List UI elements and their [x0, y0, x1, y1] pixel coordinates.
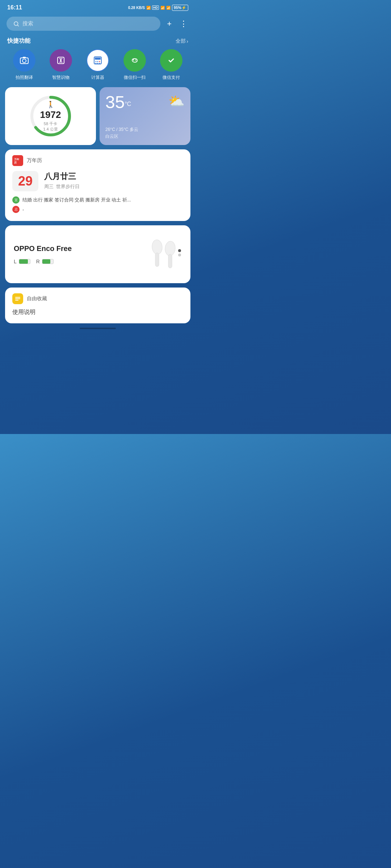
- calendar-date-box: 29: [12, 171, 38, 191]
- weather-unit: °C: [125, 101, 131, 107]
- svg-point-26: [164, 241, 176, 256]
- enco-earbuds-illustration: [146, 233, 182, 276]
- quick-item-smart-detect[interactable]: 智慧识物: [50, 49, 72, 81]
- add-button[interactable]: +: [165, 18, 173, 30]
- svg-rect-27: [168, 254, 172, 268]
- search-placeholder: 搜索: [22, 20, 33, 27]
- svg-rect-32: [15, 298, 20, 299]
- calendar-month-info: 八月廿三 周三 世界步行日: [44, 171, 183, 190]
- enco-widget[interactable]: OPPO Enco Free L R: [5, 225, 190, 283]
- svg-point-28: [178, 249, 181, 252]
- signal-4g-icon: 📶: [160, 6, 165, 10]
- svg-rect-4: [23, 57, 26, 58]
- calculator-icon: [87, 49, 109, 72]
- calendar-bad-events: 忌 -: [12, 206, 183, 213]
- steps-count: 1972: [40, 109, 61, 120]
- calendar-good-events: 宜 结婚 出行 搬家 签订合同 交易 搬新房 开业 动土 祈...: [12, 196, 183, 204]
- quick-item-wechat-pay[interactable]: 微信支付: [160, 49, 182, 81]
- right-battery-bar: [42, 259, 54, 264]
- left-battery-bar: [19, 259, 30, 264]
- steps-calories: 58 千卡: [40, 121, 61, 127]
- svg-text:万年: 万年: [14, 158, 19, 161]
- svg-point-13: [95, 63, 96, 64]
- battery-icon: 95%⚡: [172, 5, 188, 11]
- weather-cloud-icon: ⛅: [168, 94, 185, 109]
- notes-app-icon: [12, 293, 23, 304]
- widgets-row: 🚶 1972 58 千卡 1.4 公里 35°C ⛅ 26°C / 35°C 多…: [0, 87, 196, 149]
- steps-circle: 🚶 1972 58 千卡 1.4 公里: [29, 94, 72, 138]
- weather-bottom: 26°C / 35°C 多云 白云区: [105, 126, 185, 140]
- steps-inner: 🚶 1972 58 千卡 1.4 公里: [40, 101, 61, 132]
- quick-functions-title: 快捷功能: [7, 37, 30, 45]
- notes-header: 自由收藏: [12, 293, 183, 304]
- svg-point-0: [14, 22, 18, 26]
- photo-translate-label: 拍照翻译: [16, 75, 33, 81]
- quick-item-photo-translate[interactable]: A 拍照翻译: [13, 49, 35, 81]
- calendar-app-icon: 万年 历: [12, 155, 23, 166]
- scroll-indicator: [80, 328, 116, 329]
- enco-left-battery: L: [14, 259, 30, 264]
- svg-point-15: [99, 63, 100, 64]
- search-row: 搜索 + ⋮: [0, 13, 196, 36]
- svg-rect-33: [15, 300, 18, 301]
- smart-detect-label: 智慧识物: [52, 75, 70, 81]
- calculator-label: 计算器: [91, 75, 104, 81]
- weather-location: 白云区: [105, 133, 185, 140]
- svg-point-17: [135, 60, 136, 61]
- status-time: 16:11: [7, 4, 22, 11]
- search-icon: [13, 21, 20, 27]
- wechat-scan-label: 微信扫一扫: [124, 75, 146, 81]
- weather-temp-group: 35°C: [105, 94, 131, 111]
- calendar-day-num: 29: [18, 175, 33, 188]
- hd-icon: HD: [152, 5, 159, 10]
- svg-point-12: [99, 61, 100, 62]
- photo-translate-icon: A: [13, 49, 35, 72]
- calendar-widget[interactable]: 万年 历 万年历 29 八月廿三 周三 世界步行日 宜 结婚 出行 搬家 签订合…: [5, 149, 190, 221]
- quick-functions-more[interactable]: 全部 ›: [176, 38, 188, 44]
- calendar-body: 29 八月廿三 周三 世界步行日: [12, 171, 183, 191]
- search-bar[interactable]: 搜索: [7, 17, 160, 31]
- svg-line-1: [17, 25, 18, 26]
- svg-rect-25: [155, 253, 159, 267]
- svg-point-7: [60, 60, 62, 61]
- svg-point-24: [151, 239, 163, 255]
- status-bar: 16:11 0.28 KB/S 📶 HD 📶 📶 95%⚡: [0, 0, 196, 13]
- svg-point-10: [95, 61, 96, 62]
- notes-widget[interactable]: 自由收藏 使用说明: [5, 288, 190, 323]
- quick-icons-list: A 拍照翻译 智慧识物: [0, 49, 196, 87]
- enco-left: OPPO Enco Free L R: [14, 244, 146, 264]
- left-battery-fill: [19, 259, 28, 264]
- status-icons: 0.28 KB/S 📶 HD 📶 📶 95%⚡: [128, 5, 188, 11]
- calendar-lunar-date: 八月廿三: [44, 171, 183, 182]
- svg-text:A: A: [24, 60, 25, 62]
- smart-detect-icon: [50, 49, 72, 72]
- wechat-pay-icon: [160, 49, 182, 72]
- calendar-header: 万年 历 万年历: [12, 155, 183, 166]
- svg-rect-21: [12, 155, 23, 166]
- bad-events-dot: 忌: [12, 206, 20, 213]
- svg-rect-31: [15, 297, 20, 298]
- weather-temp: 35: [105, 93, 125, 112]
- svg-point-29: [178, 254, 181, 256]
- weather-top: 35°C ⛅: [105, 94, 185, 111]
- steps-widget[interactable]: 🚶 1972 58 千卡 1.4 公里: [5, 87, 96, 145]
- speed-indicator: 0.28 KB/S: [128, 6, 145, 10]
- wechat-scan-icon: [123, 49, 146, 72]
- quick-functions-header: 快捷功能 全部 ›: [0, 36, 196, 49]
- chevron-right-icon: ›: [186, 38, 188, 44]
- weather-widget[interactable]: 35°C ⛅ 26°C / 35°C 多云 白云区: [100, 87, 190, 145]
- quick-item-calculator[interactable]: 计算器: [87, 49, 109, 81]
- more-button[interactable]: ⋮: [178, 18, 189, 30]
- steps-person-icon: 🚶: [40, 101, 61, 109]
- wifi-icon: 📶: [146, 6, 151, 10]
- calendar-events: 宜 结婚 出行 搬家 签订合同 交易 搬新房 开业 动土 祈... 忌 -: [12, 196, 183, 213]
- quick-item-wechat-scan[interactable]: 微信扫一扫: [123, 49, 146, 81]
- svg-point-11: [97, 61, 98, 62]
- right-battery-fill: [42, 259, 51, 264]
- good-events-dot: 宜: [12, 196, 20, 204]
- svg-rect-9: [95, 58, 101, 60]
- enco-device-name: OPPO Enco Free: [14, 244, 146, 253]
- steps-distance: 1.4 公里: [40, 127, 61, 132]
- svg-point-14: [97, 63, 98, 64]
- svg-point-16: [133, 60, 134, 61]
